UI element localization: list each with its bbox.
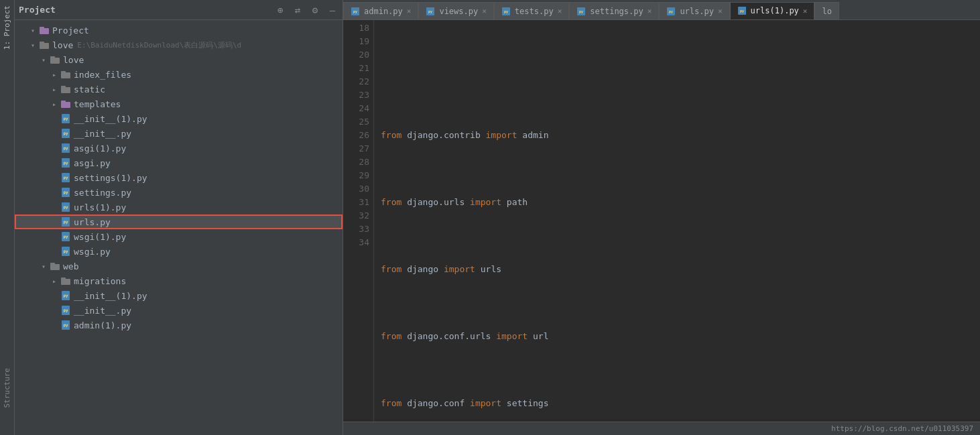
- tab-close-settings[interactable]: ✕: [648, 7, 652, 15]
- tree-migrations[interactable]: migrations: [15, 273, 343, 288]
- tree-love-root[interactable]: love E:\BaiduNetdiskDownload\表白源码\源码\d: [15, 38, 343, 52]
- pyfile-icon-asgi: py: [60, 158, 71, 168]
- svg-text:py: py: [63, 308, 68, 313]
- svg-text:py: py: [669, 9, 673, 14]
- tab-lo[interactable]: lo: [814, 2, 839, 19]
- tab-close-urls1[interactable]: ✕: [803, 7, 808, 15]
- svg-rect-0: [40, 28, 49, 34]
- pyfile-icon-wsgi: py: [60, 246, 71, 257]
- tab-views[interactable]: py views.py ✕: [418, 2, 493, 19]
- tree-settings1-py[interactable]: py settings(1).py: [15, 170, 343, 185]
- index-files-label: index_files: [74, 70, 131, 80]
- tree-web-init-py[interactable]: py __init__.py: [15, 303, 343, 318]
- project-sidebar: Project ⊕ ⇄ ⚙ — Project love E:\BaiduNet…: [15, 0, 343, 435]
- arrow-love-root: [28, 40, 38, 50]
- status-bar: https://blog.csdn.net/u011035397: [343, 422, 980, 435]
- svg-rect-7: [61, 71, 66, 73]
- tree-settings-py[interactable]: py settings.py: [15, 185, 343, 200]
- tab-icon-tests: py: [501, 7, 511, 16]
- svg-rect-8: [61, 87, 70, 93]
- arrow-index-files: [50, 70, 59, 79]
- svg-text:py: py: [63, 160, 68, 166]
- code-editor[interactable]: 18 19 20 21 22 23 24 25 26 27 28 29 30 3…: [343, 20, 980, 422]
- svg-text:py: py: [63, 219, 68, 225]
- pyfile-icon-init: py: [60, 128, 71, 139]
- pyfile-icon-init1: py: [60, 113, 71, 124]
- status-url: https://blog.csdn.net/u011035397: [831, 424, 973, 433]
- svg-rect-3: [40, 42, 44, 44]
- tab-label-tests: tests.py: [515, 7, 554, 16]
- tree-templates[interactable]: templates: [15, 97, 343, 111]
- code-lines: from django.contrib import admin from dj…: [374, 20, 980, 422]
- tab-close-admin[interactable]: ✕: [407, 7, 412, 15]
- sidebar-title: Project: [19, 5, 269, 15]
- svg-text:py: py: [579, 9, 583, 14]
- settings-icon[interactable]: ⚙: [309, 4, 321, 16]
- tree-asgi1-py[interactable]: py asgi(1).py: [15, 141, 343, 156]
- tree-project-root[interactable]: Project: [15, 23, 343, 38]
- locate-icon[interactable]: ⊕: [274, 4, 286, 16]
- arrow-static: [50, 84, 59, 94]
- tree-wsgi-py[interactable]: py wsgi.py: [15, 244, 343, 259]
- wsgi-py-label: wsgi.py: [74, 247, 111, 257]
- code-line-21: from django import urls: [381, 263, 980, 276]
- wsgi1-py-label: wsgi(1).py: [74, 232, 126, 242]
- tab-close-tests[interactable]: ✕: [558, 7, 562, 15]
- svg-text:py: py: [63, 293, 68, 298]
- svg-text:py: py: [353, 9, 357, 14]
- svg-rect-32: [50, 264, 60, 270]
- tree-web-init1-py[interactable]: py __init__(1).py: [15, 288, 343, 303]
- web-init-py-label: __init__.py: [74, 306, 131, 316]
- tree-asgi-py[interactable]: py asgi.py: [15, 156, 343, 170]
- arrow-migrations: [50, 276, 59, 286]
- tab-urls1[interactable]: py urls(1).py ✕: [730, 2, 815, 19]
- tab-admin[interactable]: py admin.py ✕: [343, 2, 418, 19]
- svg-text:py: py: [63, 204, 68, 210]
- tree-init-py[interactable]: py __init__.py: [15, 126, 343, 141]
- editor-area: py admin.py ✕ py views.py ✕ py tests.py …: [343, 0, 980, 435]
- svg-rect-33: [50, 263, 55, 265]
- svg-rect-1: [40, 27, 44, 29]
- web-label: web: [63, 261, 78, 271]
- svg-rect-10: [61, 102, 70, 108]
- tree-index-files[interactable]: index_files: [15, 67, 343, 82]
- tab-bar: py admin.py ✕ py views.py ✕ py tests.py …: [343, 0, 980, 20]
- pyfile-icon-asgi1: py: [60, 143, 71, 153]
- tab-label-views: views.py: [439, 7, 478, 16]
- svg-text:py: py: [428, 9, 432, 14]
- tree-urls1-py[interactable]: py urls(1).py: [15, 200, 343, 214]
- tab-close-views[interactable]: ✕: [482, 7, 487, 15]
- svg-text:py: py: [63, 116, 68, 121]
- asgi-py-label: asgi.py: [74, 158, 111, 168]
- pyfile-icon-web-init1: py: [60, 290, 71, 301]
- code-line-22: from django.conf.urls import url: [381, 330, 980, 343]
- project-label: Project: [52, 25, 89, 36]
- folder-icon-index-files: [60, 69, 71, 80]
- tab-close-urls[interactable]: ✕: [718, 7, 723, 15]
- file-tree: Project love E:\BaiduNetdiskDownload\表白源…: [15, 20, 343, 435]
- collapse-icon[interactable]: ⇄: [292, 4, 304, 16]
- tree-web[interactable]: web: [15, 259, 343, 273]
- tree-admin1-py[interactable]: py admin(1).py: [15, 318, 343, 332]
- asgi1-py-label: asgi(1).py: [74, 143, 126, 153]
- code-line-18: [381, 62, 980, 75]
- pyfile-icon-settings: py: [60, 187, 71, 198]
- folder-icon-love: [50, 54, 60, 65]
- tab-urls[interactable]: py urls.py ✕: [659, 2, 729, 19]
- arrow-templates: [50, 99, 59, 109]
- tree-wsgi1-py[interactable]: py wsgi(1).py: [15, 229, 343, 244]
- tab-label-urls1: urls(1).py: [751, 6, 799, 15]
- tab-icon-settings: py: [576, 7, 586, 16]
- line-numbers: 18 19 20 21 22 23 24 25 26 27 28 29 30 3…: [343, 20, 374, 422]
- tab-settings[interactable]: py settings.py ✕: [569, 2, 659, 19]
- tab-tests[interactable]: py tests.py ✕: [494, 2, 569, 19]
- tree-love[interactable]: love: [15, 52, 343, 67]
- tree-static[interactable]: static: [15, 82, 343, 97]
- tab-icon-admin: py: [351, 7, 360, 16]
- svg-text:py: py: [740, 9, 744, 13]
- tab-icon-urls: py: [666, 7, 676, 16]
- tree-init1-py[interactable]: py __init__(1).py: [15, 111, 343, 126]
- tree-urls-py[interactable]: py urls.py: [15, 214, 343, 229]
- tab-icon-views: py: [426, 7, 435, 16]
- minimize-icon[interactable]: —: [326, 4, 339, 16]
